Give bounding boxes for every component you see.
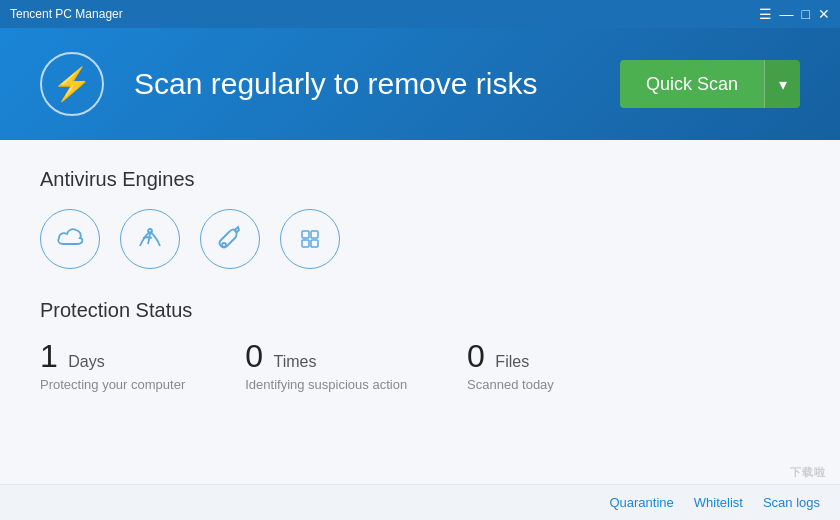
quick-scan-group: Quick Scan ▾ [620, 60, 800, 108]
quarantine-link[interactable]: Quarantine [609, 495, 673, 510]
minimize-button[interactable]: — [780, 7, 794, 21]
chevron-down-icon: ▾ [779, 75, 787, 94]
protection-stats: 1 Days Protecting your computer 0 Times … [40, 338, 800, 392]
antivirus-section-title: Antivirus Engines [40, 168, 800, 191]
stat-files-unit: Files [495, 353, 529, 370]
stat-times: 0 Times Identifying suspicious action [245, 338, 407, 392]
watermark: 下载啦 [790, 465, 826, 480]
quick-scan-dropdown-button[interactable]: ▾ [764, 60, 800, 108]
svg-rect-5 [311, 240, 318, 247]
title-bar: Tencent PC Manager ☰ — □ ✕ [0, 0, 840, 28]
protection-section-title: Protection Status [40, 299, 800, 322]
stat-days: 1 Days Protecting your computer [40, 338, 185, 392]
svg-point-1 [222, 243, 226, 247]
stat-days-desc: Protecting your computer [40, 377, 185, 392]
svg-rect-4 [302, 240, 309, 247]
quick-scan-button[interactable]: Quick Scan [620, 60, 764, 108]
stat-times-desc: Identifying suspicious action [245, 377, 407, 392]
eagle-engine-icon [120, 209, 180, 269]
window-controls: ☰ — □ ✕ [759, 7, 830, 21]
stat-days-value: 1 [40, 338, 58, 374]
whitelist-link[interactable]: Whitelist [694, 495, 743, 510]
menu-button[interactable]: ☰ [759, 7, 772, 21]
main-content: Antivirus Engines [0, 140, 840, 484]
stat-files-desc: Scanned today [467, 377, 554, 392]
stat-files: 0 Files Scanned today [467, 338, 554, 392]
stat-days-unit: Days [68, 353, 104, 370]
engine-icons-row [40, 209, 800, 269]
stat-files-value: 0 [467, 338, 485, 374]
app-title: Tencent PC Manager [10, 7, 123, 21]
svg-rect-3 [311, 231, 318, 238]
cloud-engine-icon [40, 209, 100, 269]
stat-times-unit: Times [273, 353, 316, 370]
svg-rect-2 [302, 231, 309, 238]
header-scan-text: Scan regularly to remove risks [134, 67, 590, 101]
wrench-engine-icon [200, 209, 260, 269]
stat-times-value: 0 [245, 338, 263, 374]
windows-engine-icon [280, 209, 340, 269]
header-icon: ⚡ [40, 52, 104, 116]
close-button[interactable]: ✕ [818, 7, 830, 21]
footer: Quarantine Whitelist Scan logs [0, 484, 840, 520]
lightning-icon: ⚡ [52, 65, 92, 103]
maximize-button[interactable]: □ [802, 7, 810, 21]
scan-logs-link[interactable]: Scan logs [763, 495, 820, 510]
header-banner: ⚡ Scan regularly to remove risks Quick S… [0, 28, 840, 140]
